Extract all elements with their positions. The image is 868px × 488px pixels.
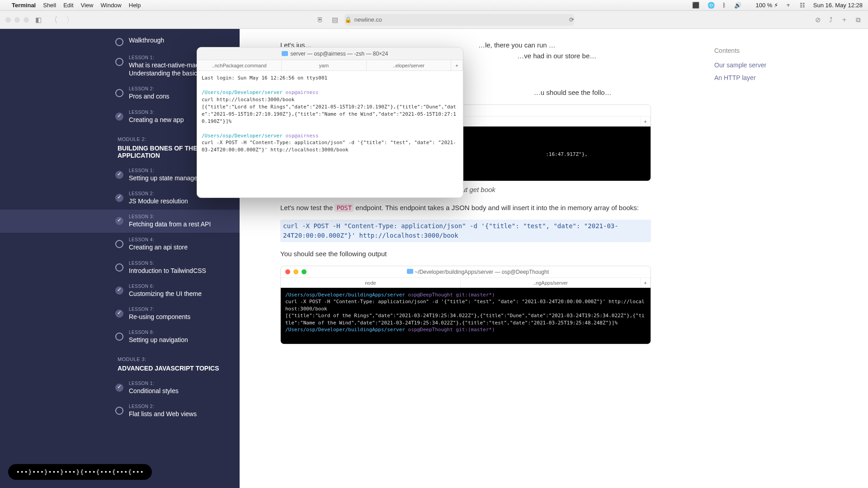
output-para: You should see the following output — [280, 249, 651, 259]
circle-icon — [115, 263, 123, 272]
share-icon[interactable]: ⤴ — [827, 16, 835, 23]
terminal-tab[interactable]: yarn — [282, 60, 366, 70]
circle-icon — [115, 38, 123, 46]
lesson-title: Pros and cons — [129, 92, 170, 100]
lesson-title: Creating an api store — [129, 243, 188, 251]
shield-icon[interactable]: ⛨ — [315, 16, 326, 23]
lesson-title: Walkthrough — [129, 36, 164, 44]
toc-link[interactable]: An HTTP layer — [714, 74, 850, 81]
terminal-tabs[interactable]: ..nchPackager.command yarn ..eloper/serv… — [197, 60, 463, 71]
lesson-item[interactable]: LESSON 3:Fetching data from a rest API — [0, 210, 240, 233]
code-snippet-post: curl -X POST -H "Content-Type: applicati… — [280, 220, 651, 242]
menu-edit[interactable]: Edit — [63, 2, 73, 9]
check-circle-icon — [115, 171, 123, 179]
module-label: MODULE 3: — [0, 348, 240, 365]
active-app-name[interactable]: Terminal — [12, 2, 36, 9]
tabs-icon[interactable]: ⧉ — [854, 16, 863, 24]
terminal-tab: ..ngApps/server — [461, 278, 641, 287]
circle-icon — [115, 58, 123, 66]
lesson-number: LESSON 7: — [129, 307, 190, 312]
browser-toolbar: ◧ 〈 〉 ⛨ ▤ 🔒 newline.co ⟳ ⊘ ⤴ ＋ ⧉ — [0, 11, 868, 29]
lesson-number: LESSON 6: — [129, 284, 202, 289]
new-tab-button[interactable]: + — [451, 60, 463, 70]
lesson-item[interactable]: LESSON 8:Setting up navigation — [0, 325, 240, 348]
terminal-titlebar[interactable]: server — osp@airness — -zsh — 80×24 — [197, 47, 463, 60]
reload-icon[interactable]: ⟳ — [569, 16, 574, 23]
lesson-number: LESSON 1: — [129, 381, 179, 386]
toc-heading: Contents — [714, 47, 850, 54]
circle-icon — [115, 407, 123, 415]
macos-menubar: Terminal Shell Edit View Window Help ⬛ 🌐… — [0, 0, 868, 11]
post-code: POST — [335, 204, 354, 212]
back-button[interactable]: 〈 — [48, 14, 60, 25]
check-circle-icon — [115, 310, 123, 318]
menu-window[interactable]: Window — [101, 2, 122, 9]
lesson-item[interactable]: LESSON 4:Creating an api store — [0, 233, 240, 256]
zoom-dot[interactable] — [24, 17, 29, 23]
terminal-tab: node — [281, 278, 461, 287]
lesson-number: LESSON 2: — [129, 86, 170, 91]
lesson-title: Creating a new app — [129, 116, 184, 124]
address-bar[interactable]: 🔒 newline.co ⟳ — [344, 14, 575, 26]
minimize-dot[interactable] — [14, 17, 20, 23]
terminal-body[interactable]: Last login: Sun May 16 12:26:56 on ttys0… — [197, 71, 463, 197]
terminal-tab-plus: + — [641, 117, 651, 126]
close-dot[interactable] — [5, 17, 11, 23]
menu-shell[interactable]: Shell — [43, 2, 56, 9]
check-circle-icon — [115, 194, 123, 202]
circle-icon — [115, 333, 123, 341]
terminal-screenshot-2: ~/Developer/buildingApps/server — osp@De… — [280, 266, 651, 344]
sidebar-toggle-icon[interactable]: ◧ — [33, 16, 43, 24]
toc-link[interactable]: Our sample server — [714, 61, 850, 69]
screenrec-icon[interactable]: ⬛ — [692, 2, 699, 9]
menu-help[interactable]: Help — [129, 2, 141, 9]
terminal-tab[interactable]: ..nchPackager.command — [197, 60, 282, 70]
menubar-right: ⬛ 🌐 ᛒ 🔊 100 % ⚡︎ ᯤ ☷ Sun 16. May 12:28 — [686, 2, 863, 9]
downloads-icon[interactable]: ⊘ — [813, 16, 823, 24]
circle-icon — [115, 89, 123, 97]
lesson-title: Customizing the UI theme — [129, 290, 202, 298]
minimize-icon — [293, 269, 298, 274]
lesson-number: LESSON 8: — [129, 330, 188, 335]
check-circle-icon — [115, 217, 123, 225]
forward-button[interactable]: 〉 — [64, 14, 76, 25]
terminal-tab-plus: + — [641, 278, 651, 287]
lesson-item[interactable]: LESSON 2:Flat lists and Web views — [0, 399, 240, 422]
close-icon — [285, 269, 290, 274]
post-test-para: Let's now test the POST endpoint. This e… — [280, 202, 651, 213]
sound-icon[interactable]: 🔊 — [734, 2, 741, 9]
wifi-icon[interactable]: ᯤ — [786, 2, 792, 9]
lesson-number: LESSON 4: — [129, 237, 188, 242]
control-center-icon[interactable]: ☷ — [800, 2, 805, 9]
lesson-title: Re-using components — [129, 313, 190, 321]
menu-view[interactable]: View — [81, 2, 94, 9]
audio-recorder-pill[interactable]: •••}•••}•••}•••}{•••{•••{•••{••• — [8, 464, 152, 480]
terminal-output: /Users/osp/Developer/buildingApps/server… — [281, 288, 651, 344]
lesson-number: LESSON 2: — [129, 404, 197, 409]
lesson-number: LESSON 3: — [129, 110, 184, 115]
lesson-item[interactable]: LESSON 5:Introduction to TailwindCSS — [0, 256, 240, 279]
lesson-number: LESSON 3: — [129, 214, 211, 219]
lesson-item[interactable]: LESSON 1:Conditional styles — [0, 376, 240, 399]
new-tab-icon[interactable]: ＋ — [839, 15, 849, 24]
bluetooth-icon[interactable]: ᛒ — [722, 2, 726, 9]
lesson-item[interactable]: LESSON 7:Re-using components — [0, 302, 240, 325]
battery-status[interactable]: 100 % ⚡︎ — [749, 2, 778, 9]
table-of-contents: Contents Our sample server An HTTP layer — [687, 29, 868, 488]
terminal-tab[interactable]: ..eloper/server — [367, 60, 451, 70]
address-text: newline.co — [354, 16, 382, 23]
lesson-title: Conditional styles — [129, 387, 179, 395]
lock-icon: 🔒 — [344, 16, 352, 23]
lesson-item[interactable]: LESSON 6:Customizing the UI theme — [0, 279, 240, 302]
window-controls[interactable] — [5, 17, 29, 23]
circle-icon — [115, 240, 123, 248]
check-circle-icon — [115, 113, 123, 121]
terminal-title: ~/Developer/buildingApps/server — osp@De… — [310, 269, 646, 275]
lesson-title: Fetching data from a rest API — [129, 220, 211, 228]
terminal-tab — [461, 117, 641, 126]
site-settings-icon[interactable]: ▤ — [330, 16, 340, 24]
locale-icon[interactable]: 🌐 — [708, 2, 715, 9]
folder-icon — [282, 51, 288, 56]
clock[interactable]: Sun 16. May 12:28 — [813, 2, 863, 9]
terminal-window[interactable]: server — osp@airness — -zsh — 80×24 ..nc… — [197, 47, 463, 198]
